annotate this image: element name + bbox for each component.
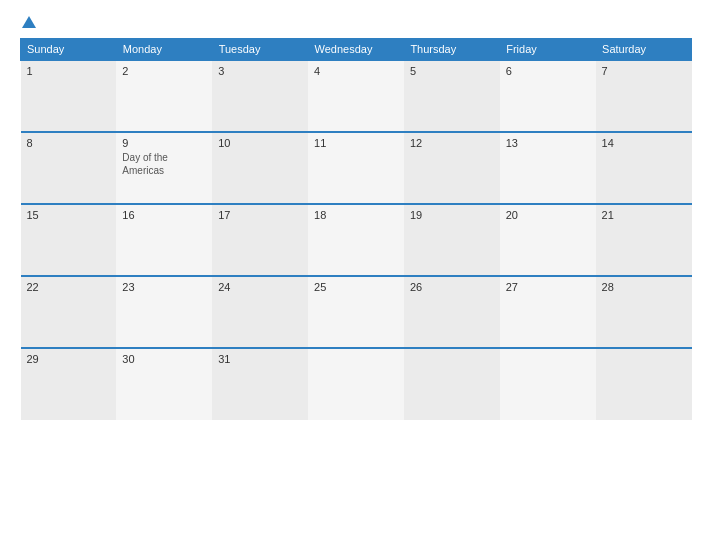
day-number: 24 [218, 281, 302, 293]
weekday-header-wednesday: Wednesday [308, 39, 404, 61]
weekday-header-saturday: Saturday [596, 39, 692, 61]
calendar-cell: 23 [116, 276, 212, 348]
calendar-cell: 8 [21, 132, 117, 204]
calendar-cell: 18 [308, 204, 404, 276]
day-number: 25 [314, 281, 398, 293]
day-number: 28 [602, 281, 686, 293]
calendar-table: SundayMondayTuesdayWednesdayThursdayFrid… [20, 38, 692, 420]
weekday-header-tuesday: Tuesday [212, 39, 308, 61]
day-number: 30 [122, 353, 206, 365]
calendar-cell: 11 [308, 132, 404, 204]
calendar-cell: 29 [21, 348, 117, 420]
day-number: 22 [27, 281, 111, 293]
day-number: 20 [506, 209, 590, 221]
calendar-cell: 5 [404, 60, 500, 132]
holiday-name: Day of the Americas [122, 151, 206, 177]
calendar-cell: 3 [212, 60, 308, 132]
calendar-cell: 12 [404, 132, 500, 204]
calendar-week-row: 293031 [21, 348, 692, 420]
day-number: 16 [122, 209, 206, 221]
day-number: 12 [410, 137, 494, 149]
calendar-cell: 30 [116, 348, 212, 420]
calendar-week-row: 22232425262728 [21, 276, 692, 348]
day-number: 6 [506, 65, 590, 77]
day-number: 5 [410, 65, 494, 77]
day-number: 27 [506, 281, 590, 293]
calendar-cell: 4 [308, 60, 404, 132]
day-number: 9 [122, 137, 206, 149]
weekday-header-thursday: Thursday [404, 39, 500, 61]
calendar-cell: 20 [500, 204, 596, 276]
weekday-header-friday: Friday [500, 39, 596, 61]
calendar-cell: 27 [500, 276, 596, 348]
calendar-cell: 17 [212, 204, 308, 276]
day-number: 8 [27, 137, 111, 149]
day-number: 18 [314, 209, 398, 221]
calendar-cell: 24 [212, 276, 308, 348]
calendar-week-row: 15161718192021 [21, 204, 692, 276]
day-number: 3 [218, 65, 302, 77]
calendar-cell: 31 [212, 348, 308, 420]
day-number: 26 [410, 281, 494, 293]
day-number: 14 [602, 137, 686, 149]
day-number: 1 [27, 65, 111, 77]
calendar-cell: 19 [404, 204, 500, 276]
calendar-cell: 25 [308, 276, 404, 348]
calendar-cell: 22 [21, 276, 117, 348]
day-number: 10 [218, 137, 302, 149]
day-number: 31 [218, 353, 302, 365]
calendar-cell: 7 [596, 60, 692, 132]
calendar-cell: 9Day of the Americas [116, 132, 212, 204]
calendar-cell: 1 [21, 60, 117, 132]
day-number: 17 [218, 209, 302, 221]
calendar-cell: 10 [212, 132, 308, 204]
calendar-cell: 15 [21, 204, 117, 276]
calendar-cell [500, 348, 596, 420]
day-number: 11 [314, 137, 398, 149]
day-number: 21 [602, 209, 686, 221]
calendar-cell: 2 [116, 60, 212, 132]
calendar-cell: 16 [116, 204, 212, 276]
calendar-page: SundayMondayTuesdayWednesdayThursdayFrid… [0, 0, 712, 550]
day-number: 2 [122, 65, 206, 77]
calendar-cell: 14 [596, 132, 692, 204]
day-number: 7 [602, 65, 686, 77]
calendar-header [20, 18, 692, 28]
day-number: 4 [314, 65, 398, 77]
logo-triangle-icon [22, 16, 36, 28]
weekday-header-sunday: Sunday [21, 39, 117, 61]
day-number: 23 [122, 281, 206, 293]
day-number: 13 [506, 137, 590, 149]
calendar-week-row: 1234567 [21, 60, 692, 132]
logo [20, 18, 36, 28]
calendar-cell: 13 [500, 132, 596, 204]
weekday-header-row: SundayMondayTuesdayWednesdayThursdayFrid… [21, 39, 692, 61]
calendar-cell [404, 348, 500, 420]
calendar-cell: 26 [404, 276, 500, 348]
weekday-header-monday: Monday [116, 39, 212, 61]
calendar-week-row: 89Day of the Americas1011121314 [21, 132, 692, 204]
day-number: 15 [27, 209, 111, 221]
calendar-cell: 21 [596, 204, 692, 276]
day-number: 29 [27, 353, 111, 365]
calendar-cell: 6 [500, 60, 596, 132]
calendar-cell [308, 348, 404, 420]
calendar-cell: 28 [596, 276, 692, 348]
day-number: 19 [410, 209, 494, 221]
calendar-cell [596, 348, 692, 420]
